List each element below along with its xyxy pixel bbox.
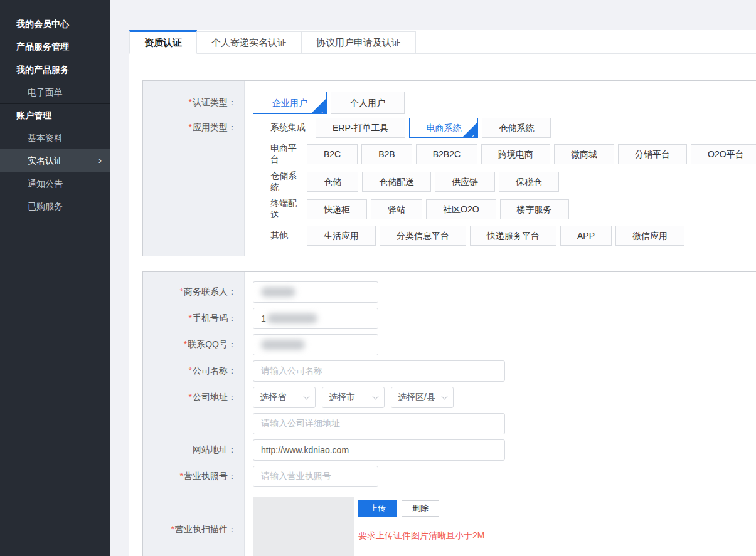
website-input[interactable]: http://www.kdniao.com: [253, 439, 505, 461]
tab-qualification-auth[interactable]: 资质认证: [129, 30, 197, 54]
app-option-b2b[interactable]: B2B: [361, 144, 412, 164]
row-address-detail: 请输入公司详细地址: [143, 413, 756, 434]
app-option-classified-info[interactable]: 分类信息平台: [380, 226, 466, 246]
sidebar-item-purchased-services[interactable]: 已购服务: [0, 195, 110, 218]
app-option-storage-delivery[interactable]: 仓储配送: [362, 172, 431, 192]
app-option-locker[interactable]: 快递柜: [307, 199, 367, 219]
tag-label: 企业用户: [272, 98, 307, 108]
app-option-b2b2c[interactable]: B2B2C: [416, 144, 477, 164]
app-option-station[interactable]: 驿站: [371, 199, 422, 219]
license-scan-preview[interactable]: [253, 497, 354, 556]
app-option-supply-chain[interactable]: 供应链: [435, 172, 495, 192]
delete-button[interactable]: 删除: [402, 500, 439, 517]
tab-protocol-user-apply[interactable]: 协议用户申请及认证: [301, 31, 416, 53]
required-asterisk: *: [189, 365, 192, 375]
app-option-storage[interactable]: 仓储: [307, 172, 358, 192]
sidebar-item-basic-info[interactable]: 基本资料: [0, 127, 110, 149]
tag-label: 分类信息平台: [397, 231, 449, 241]
tag-label: 楼宇服务: [517, 204, 552, 214]
app-category-label: 其他: [253, 230, 303, 241]
auth-type-option-personal[interactable]: 个人用户: [331, 92, 405, 114]
required-asterisk: *: [184, 339, 187, 349]
district-select[interactable]: 选择区/县: [391, 387, 454, 408]
mobile-visible-digit: 1: [261, 313, 266, 323]
app-option-b2c[interactable]: B2C: [307, 144, 358, 164]
row-website: 网站地址： http://www.kdniao.com: [143, 439, 756, 461]
required-asterisk: *: [171, 524, 174, 534]
chevron-right-icon: ›: [98, 149, 102, 172]
row-app-type-system: *应用类型： 系统集成 ERP-打单工具 电商系统 仓储系统: [143, 118, 756, 138]
app-option-distribution[interactable]: 分销平台: [618, 144, 687, 164]
row-auth-type: *认证类型： 企业用户 个人用户: [143, 92, 756, 114]
tag-label: O2O平台: [708, 149, 744, 159]
app-category-label: 仓储系统: [253, 170, 303, 193]
form-content: *认证类型： 企业用户 个人用户: [129, 54, 756, 556]
province-select[interactable]: 选择省: [253, 387, 316, 408]
tag-label: ERP-打单工具: [333, 123, 388, 133]
license-scan-label: *营业执扫描件：: [143, 524, 244, 535]
tag-label: 驿站: [388, 204, 405, 214]
sidebar-item-e-waybill[interactable]: 电子面单: [0, 81, 110, 103]
sidebar-item-product-service-mgmt[interactable]: 产品服务管理: [0, 35, 110, 58]
tag-label: 生活应用: [324, 231, 359, 241]
row-company-address: *公司地址： 选择省 选择市 选择: [143, 387, 756, 408]
tag-label: 微商城: [571, 149, 597, 159]
app-option-life-app[interactable]: 生活应用: [307, 226, 376, 246]
app-option-micro-mall[interactable]: 微商城: [554, 144, 614, 164]
redacted-value: [261, 340, 305, 350]
sidebar: 我的会员中心 产品服务管理 我的产品服务 电子面单 账户管理 基本资料 实名认证…: [0, 0, 110, 556]
row-business-contact: *商务联系人：: [143, 281, 756, 303]
tab-personal-delivery-auth[interactable]: 个人寄递实名认证: [196, 31, 302, 53]
mobile-label: *手机号码：: [143, 313, 244, 324]
row-company-name: *公司名称： 请输入公司名称: [143, 360, 756, 382]
city-select[interactable]: 选择市: [322, 387, 385, 408]
app-option-warehouse-system[interactable]: 仓储系统: [482, 118, 551, 138]
check-icon: [311, 98, 326, 113]
app-option-wechat-app[interactable]: 微信应用: [615, 226, 684, 246]
website-value: http://www.kdniao.com: [261, 445, 349, 455]
app-option-bonded-warehouse[interactable]: 保税仓: [499, 172, 559, 192]
sidebar-item-notices[interactable]: 通知公告: [0, 172, 110, 195]
company-address-label: *公司地址：: [143, 392, 244, 403]
tag-label: B2B: [378, 149, 395, 159]
license-no-input[interactable]: 请输入营业执照号: [253, 466, 378, 487]
sidebar-item-member-center[interactable]: 我的会员中心: [0, 13, 110, 35]
sidebar-item-account-mgmt[interactable]: 账户管理: [0, 104, 110, 127]
sidebar-item-my-product-services[interactable]: 我的产品服务: [0, 58, 110, 81]
tag-label: 仓储系统: [499, 123, 534, 133]
placeholder-text: 请输入公司名称: [261, 365, 322, 377]
required-asterisk: *: [180, 471, 183, 481]
mobile-input[interactable]: 1: [253, 308, 378, 329]
app-option-community-o2o[interactable]: 社区O2O: [426, 199, 496, 219]
main-area: 资质认证 个人寄递实名认证 协议用户申请及认证 *认证类型： 企业用户: [110, 0, 756, 556]
required-asterisk: *: [180, 286, 183, 296]
select-value: 选择市: [329, 392, 355, 403]
tag-label: 供应链: [452, 177, 478, 187]
app-option-building-service[interactable]: 楼宇服务: [500, 199, 569, 219]
app-option-cross-border[interactable]: 跨境电商: [481, 144, 550, 164]
row-license-no: *营业执照号： 请输入营业执照号: [143, 466, 756, 487]
auth-type-option-enterprise[interactable]: 企业用户: [253, 92, 327, 114]
sidebar-item-realname-auth[interactable]: 实名认证 ›: [0, 149, 110, 172]
address-detail-input[interactable]: 请输入公司详细地址: [253, 413, 505, 434]
license-no-label: *营业执照号：: [143, 471, 244, 482]
upload-button[interactable]: 上传: [358, 500, 397, 517]
tag-label: 保税仓: [516, 177, 542, 187]
tag-label: 快递服务平台: [487, 231, 540, 241]
app-option-ecommerce-system[interactable]: 电商系统: [409, 118, 478, 138]
row-warehouse: 仓储系统 仓储 仓储配送 供应链 保税仓: [143, 170, 756, 193]
section-company-info: *商务联系人： *手机号码：: [142, 271, 756, 556]
app-option-o2o-platform[interactable]: O2O平台: [691, 144, 756, 164]
app-option-erp[interactable]: ERP-打单工具: [316, 118, 405, 138]
company-name-input[interactable]: 请输入公司名称: [253, 360, 505, 382]
qq-input[interactable]: [253, 334, 378, 355]
tag-label: B2B2C: [433, 149, 461, 159]
row-mobile: *手机号码： 1: [143, 308, 756, 329]
app-option-app[interactable]: APP: [560, 226, 612, 246]
business-contact-input[interactable]: [253, 281, 378, 303]
tag-label: 快递柜: [324, 204, 350, 214]
app-option-express-service[interactable]: 快递服务平台: [470, 226, 556, 246]
company-name-label: *公司名称：: [143, 365, 244, 377]
sidebar-item-label: 实名认证: [28, 155, 63, 165]
tab-bar: 资质认证 个人寄递实名认证 协议用户申请及认证: [129, 30, 756, 54]
